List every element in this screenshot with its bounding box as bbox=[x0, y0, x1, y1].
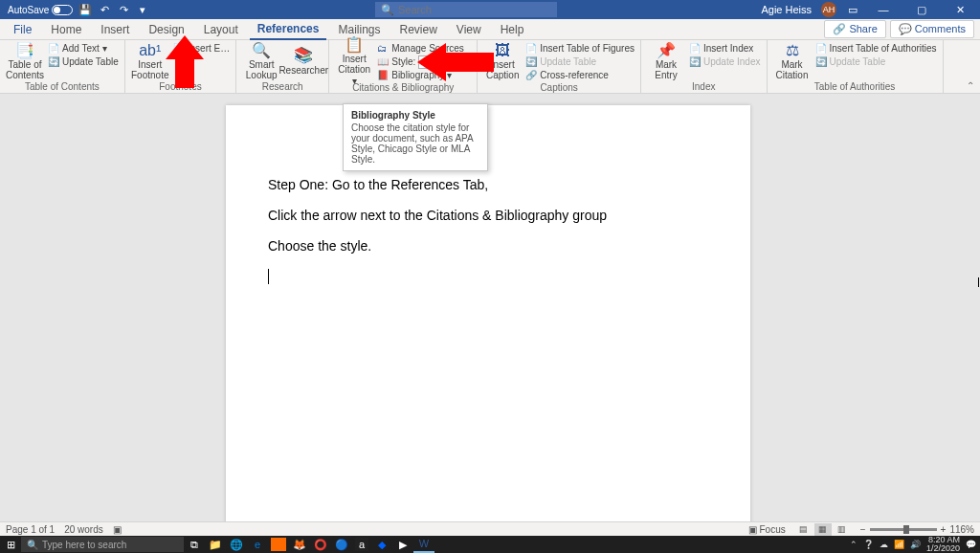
researcher-button[interactable]: 📚Researcher bbox=[284, 42, 323, 80]
search-input[interactable] bbox=[398, 4, 551, 15]
tab-review[interactable]: Review bbox=[392, 20, 445, 39]
start-button[interactable]: ⊞ bbox=[0, 536, 21, 553]
comments-button[interactable]: 💬 Comments bbox=[890, 20, 974, 38]
app-icon-3[interactable]: ▶ bbox=[392, 536, 413, 553]
document-page[interactable]: Step One: Go to the References Tab, Clic… bbox=[226, 105, 750, 521]
group-research: 🔍Smart Lookup 📚Researcher Research bbox=[236, 40, 329, 93]
zoom-in-button[interactable]: + bbox=[941, 524, 947, 535]
insert-citation-button[interactable]: 📋Insert Citation ▾ bbox=[335, 42, 373, 80]
notifications-icon[interactable]: 💬 bbox=[966, 540, 976, 549]
update-tof-button: 🔄Update Table bbox=[525, 55, 635, 68]
read-mode-icon[interactable]: ▤ bbox=[795, 523, 813, 536]
ie-icon[interactable]: e bbox=[247, 536, 268, 553]
tray-expand-icon[interactable]: ⌃ bbox=[850, 540, 858, 549]
app-icon-2[interactable]: 🔵 bbox=[331, 536, 352, 553]
tooltip-body: Choose the citation style for your docum… bbox=[351, 122, 479, 165]
tab-home[interactable]: Home bbox=[43, 20, 89, 39]
index-icon: 📄 bbox=[689, 43, 701, 54]
dropbox-icon[interactable]: ◆ bbox=[371, 536, 392, 553]
document-area: Step One: Go to the References Tab, Clic… bbox=[0, 94, 980, 521]
wifi-icon[interactable]: 📶 bbox=[894, 540, 904, 549]
update-toa-button: 🔄Update Table bbox=[815, 55, 937, 68]
toggle-switch-icon bbox=[52, 5, 73, 15]
taskbar-search[interactable]: 🔍 Type here to search bbox=[21, 537, 184, 552]
help-icon[interactable]: ❔ bbox=[863, 540, 874, 549]
user-avatar[interactable]: AH bbox=[821, 2, 836, 17]
view-switcher: ▤ ▦ ▥ bbox=[795, 523, 851, 536]
zoom-out-button[interactable]: − bbox=[860, 524, 866, 535]
proofing-icon[interactable]: ▣ bbox=[113, 524, 122, 535]
insert-index-button[interactable]: 📄Insert Index bbox=[689, 42, 761, 55]
qat-more-icon[interactable]: ▾ bbox=[136, 3, 149, 16]
maximize-button[interactable]: ▢ bbox=[907, 0, 936, 19]
tab-insert[interactable]: Insert bbox=[93, 20, 137, 39]
user-name: Agie Heiss bbox=[761, 4, 812, 15]
smart-lookup-button[interactable]: 🔍Smart Lookup bbox=[242, 42, 280, 80]
smart-lookup-icon: 🔍 bbox=[252, 42, 271, 59]
amazon-icon[interactable]: a bbox=[355, 538, 368, 551]
update-icon: 🔄 bbox=[48, 56, 59, 67]
mark-entry-button[interactable]: 📌Mark Entry bbox=[647, 42, 685, 80]
word-count[interactable]: 20 words bbox=[64, 524, 103, 535]
minimize-button[interactable]: — bbox=[869, 0, 898, 19]
close-button[interactable]: ✕ bbox=[946, 0, 974, 19]
doc-p1: Step One: Go to the References Tab, bbox=[268, 176, 708, 193]
ribbon-tabs: File Home Insert Design Layout Reference… bbox=[0, 19, 980, 40]
clock[interactable]: 8:20 AM 1/2/2020 bbox=[926, 536, 960, 553]
explorer-icon[interactable]: 📁 bbox=[205, 536, 226, 553]
edge-icon[interactable]: 🌐 bbox=[226, 536, 247, 553]
svg-marker-1 bbox=[417, 43, 494, 81]
search-box[interactable]: 🔍 bbox=[375, 2, 557, 17]
doc-p2: Click the arrow next to the Citations & … bbox=[268, 207, 708, 224]
update-index-icon: 🔄 bbox=[689, 56, 701, 67]
insert-toa-button[interactable]: 📄Insert Table of Authorities bbox=[815, 42, 937, 55]
onedrive-icon[interactable]: ☁ bbox=[880, 540, 888, 549]
table-of-contents-button[interactable]: 📑Table of Contents bbox=[6, 42, 44, 80]
task-view-icon[interactable]: ⧉ bbox=[184, 536, 205, 553]
update-table-button[interactable]: 🔄Update Table bbox=[48, 55, 119, 68]
redo-icon[interactable]: ↷ bbox=[117, 3, 130, 16]
system-tray: ⌃ ❔ ☁ 📶 🔊 8:20 AM 1/2/2020 💬 bbox=[850, 536, 980, 553]
text-cursor bbox=[268, 269, 269, 284]
group-label-toc: Table of Contents bbox=[6, 80, 119, 92]
add-text-button[interactable]: 📄Add Text ▾ bbox=[48, 42, 119, 55]
page-indicator[interactable]: Page 1 of 1 bbox=[6, 524, 55, 535]
zoom-slider[interactable] bbox=[870, 528, 937, 531]
group-toc: 📑Table of Contents 📄Add Text ▾ 🔄Update T… bbox=[0, 40, 125, 93]
biblio-icon: 📕 bbox=[377, 70, 389, 80]
undo-icon[interactable]: ↶ bbox=[98, 3, 111, 16]
word-taskbar-icon[interactable]: W bbox=[413, 536, 434, 553]
bibliography-style-tooltip: Bibliography Style Choose the citation s… bbox=[343, 103, 488, 171]
researcher-icon: 📚 bbox=[294, 47, 313, 64]
save-icon[interactable]: 💾 bbox=[78, 3, 92, 16]
update-index-button: 🔄Update Index bbox=[689, 55, 761, 68]
autosave-toggle[interactable]: AutoSave bbox=[8, 5, 73, 15]
group-authorities: ⚖Mark Citation 📄Insert Table of Authorit… bbox=[768, 40, 944, 93]
collapse-ribbon-button[interactable]: ⌃ bbox=[961, 40, 980, 93]
print-layout-icon[interactable]: ▦ bbox=[814, 523, 832, 536]
mark-entry-icon: 📌 bbox=[657, 42, 676, 59]
cross-reference-button[interactable]: 🔗Cross-reference bbox=[525, 69, 635, 81]
share-button[interactable]: 🔗 Share bbox=[824, 20, 885, 38]
toc-icon: 📑 bbox=[15, 42, 34, 59]
tab-file[interactable]: File bbox=[6, 20, 39, 39]
tab-help[interactable]: Help bbox=[493, 20, 532, 39]
taskbar-search-placeholder: Type here to search bbox=[42, 540, 126, 550]
insert-table-figures-button[interactable]: 📄Insert Table of Figures bbox=[525, 42, 635, 55]
tab-view[interactable]: View bbox=[449, 20, 489, 39]
app-icon-1[interactable] bbox=[271, 538, 286, 551]
tab-references[interactable]: References bbox=[250, 19, 327, 40]
focus-mode[interactable]: ▣ Focus bbox=[748, 524, 786, 535]
update-toa-icon: 🔄 bbox=[815, 56, 827, 67]
chrome-icon[interactable]: ⭕ bbox=[310, 536, 331, 553]
search-icon: 🔍 bbox=[27, 540, 38, 550]
mark-citation-button[interactable]: ⚖Mark Citation bbox=[773, 42, 812, 80]
web-layout-icon[interactable]: ▥ bbox=[834, 523, 851, 536]
zoom-level[interactable]: 116% bbox=[949, 524, 974, 535]
ribbon-display-icon[interactable]: ▭ bbox=[846, 3, 859, 16]
status-bar: Page 1 of 1 20 words ▣ ▣ Focus ▤ ▦ ▥ − +… bbox=[0, 521, 980, 536]
update-tof-icon: 🔄 bbox=[525, 56, 537, 67]
volume-icon[interactable]: 🔊 bbox=[910, 540, 921, 549]
tooltip-title: Bibliography Style bbox=[351, 110, 479, 121]
firefox-icon[interactable]: 🦊 bbox=[289, 536, 310, 553]
